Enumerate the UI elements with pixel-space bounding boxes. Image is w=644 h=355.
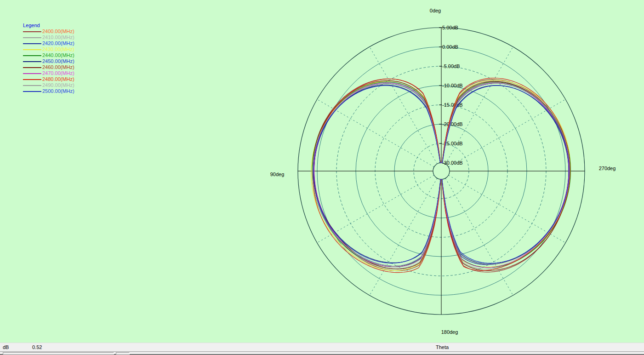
legend-color-line	[23, 67, 41, 68]
legend-color-line	[23, 37, 41, 38]
legend-item-label: 2420.00(MHz)	[42, 40, 74, 46]
legend-color-line	[23, 85, 41, 86]
bottom-window-edge	[0, 351, 644, 355]
bottom-panel-segment	[116, 352, 130, 355]
radial-tick-label: -5.00dB	[442, 63, 460, 69]
legend-item: 2420.00(MHz)	[23, 40, 74, 46]
angle-label-90deg: 90deg	[270, 172, 285, 177]
radial-tick-label: 5.00dB	[442, 25, 458, 30]
legend-color-line	[23, 61, 41, 62]
legend-item-label: 2450.00(MHz)	[42, 58, 74, 64]
legend-color-line	[23, 91, 41, 92]
legend-item: 2400.00(MHz)	[23, 29, 74, 34]
legend-item-label: 2460.00(MHz)	[42, 64, 74, 70]
legend-color-line	[23, 73, 41, 74]
radial-tick-label: -30.00dB	[442, 160, 463, 166]
legend: Legend 2400.00(MHz)2410.00(MHz)2420.00(M…	[23, 22, 74, 94]
app-window: 5.00dB0.00dB-5.00dB-10.00dB-15.00dB-20.0…	[0, 0, 644, 355]
radial-tick-label: -10.00dB	[442, 83, 463, 88]
angle-label-0deg: 0deg	[430, 8, 441, 13]
legend-color-line	[23, 55, 41, 56]
status-bar: dB 0.52 Theta	[0, 343, 644, 351]
angle-label-180deg: 180deg	[441, 329, 458, 335]
legend-item: 2500.00(MHz)	[23, 88, 74, 94]
polar-grid	[298, 28, 585, 315]
legend-item: 2470.00(MHz)	[23, 70, 74, 76]
legend-item-label: 2480.00(MHz)	[42, 76, 74, 82]
legend-color-line	[23, 49, 41, 50]
status-unit-label: dB	[3, 343, 9, 351]
curve-246000mhz	[313, 80, 570, 270]
status-axis-label: Theta	[436, 343, 449, 351]
legend-item: 2430.00(MHz)	[23, 46, 74, 52]
legend-item: 2440.00(MHz)	[23, 52, 74, 58]
legend-title: Legend	[23, 22, 74, 29]
radial-tick-label: -20.00dB	[442, 121, 463, 127]
polar-plot-area[interactable]: 5.00dB0.00dB-5.00dB-10.00dB-15.00dB-20.0…	[0, 0, 644, 343]
bottom-panel-segment	[3, 352, 114, 355]
legend-item: 2490.00(MHz)	[23, 82, 74, 88]
legend-item: 2460.00(MHz)	[23, 64, 74, 70]
pattern-curves	[311, 78, 570, 273]
legend-item-label: 2500.00(MHz)	[42, 88, 74, 94]
legend-item-label: 2490.00(MHz)	[42, 82, 74, 88]
legend-items: 2400.00(MHz)2410.00(MHz)2420.00(MHz)2430…	[23, 29, 74, 94]
legend-item-label: 2400.00(MHz)	[42, 29, 74, 34]
legend-item: 2480.00(MHz)	[23, 76, 74, 82]
angle-label-270deg: 270deg	[599, 166, 616, 171]
status-cursor-value: 0.52	[32, 343, 42, 351]
legend-item: 2450.00(MHz)	[23, 58, 74, 64]
legend-item-label: 2410.00(MHz)	[42, 34, 74, 40]
legend-color-line	[23, 43, 41, 44]
legend-item: 2410.00(MHz)	[23, 34, 74, 40]
legend-color-line	[23, 79, 41, 80]
polar-chart[interactable]: 5.00dB0.00dB-5.00dB-10.00dB-15.00dB-20.0…	[0, 0, 644, 343]
radial-tick-label: 0.00dB	[442, 44, 458, 50]
legend-item-label: 2440.00(MHz)	[42, 52, 74, 58]
legend-color-line	[23, 31, 41, 32]
legend-item-label: 2470.00(MHz)	[42, 70, 74, 76]
curve-243000mhz	[311, 80, 570, 270]
legend-item-label: 2430.00(MHz)	[42, 46, 74, 52]
radial-tick-labels: 5.00dB0.00dB-5.00dB-10.00dB-15.00dB-20.0…	[439, 25, 463, 166]
